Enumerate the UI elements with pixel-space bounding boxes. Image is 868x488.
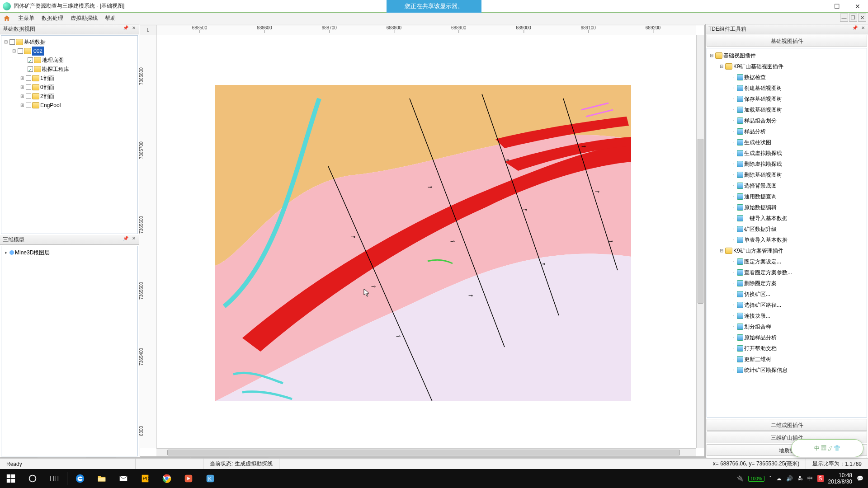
start-button[interactable]: [0, 469, 22, 488]
tray-onedrive-icon[interactable]: ☁: [776, 475, 782, 482]
plugin-tool-item[interactable]: · 删除基础视图树: [731, 169, 865, 180]
tray-battery-icon[interactable]: 100%: [748, 476, 764, 482]
window-close-button[interactable]: ✕: [847, 0, 868, 13]
taskbar-pdf-icon[interactable]: PDF: [134, 469, 156, 488]
plugin-tool-item[interactable]: · 数据检查: [731, 72, 865, 83]
tree-root[interactable]: 基础数据: [24, 38, 46, 47]
left-top-panel-header: 基础数据视图 📌 ✕: [0, 24, 139, 34]
plugin-tool-item[interactable]: · 保存基础视图树: [731, 94, 865, 104]
plugin-tree[interactable]: ⊟ 基础视图插件 ⊟ K9矿山基础视图插件 · 数据检查· 创建基础视图树· 保…: [709, 50, 865, 375]
plugin-tool-item[interactable]: · 圈定方案设定...: [731, 256, 865, 267]
home-icon[interactable]: [3, 14, 11, 23]
taskbar-mail-icon[interactable]: [113, 469, 134, 488]
pin-icon[interactable]: 📌: [123, 25, 129, 32]
plugin-tool-item[interactable]: · 原始数据编辑: [731, 202, 865, 213]
tree-item-section2[interactable]: 2剖面: [40, 92, 54, 101]
status-empty: [136, 459, 203, 469]
plugin-tool-item[interactable]: · 统计矿区勘探信息: [731, 365, 865, 375]
plugin-tool-item[interactable]: · 删除圈定方案: [731, 278, 865, 289]
mine3d-root-layer[interactable]: Mine3D根图层: [15, 248, 50, 257]
svg-text:⊸: ⊸: [609, 238, 613, 244]
pin-icon[interactable]: 📌: [123, 236, 129, 242]
tray-up-icon[interactable]: ˄: [769, 475, 772, 482]
taskbar-chrome-icon[interactable]: [156, 469, 178, 488]
mdi-close-icon[interactable]: ✕: [858, 14, 866, 22]
menu-data-process[interactable]: 数据处理: [42, 14, 63, 22]
task-view-icon[interactable]: [43, 469, 65, 488]
tree-item-section0[interactable]: 0剖面: [40, 83, 54, 92]
left-top-panel-title: 基础数据视图: [3, 25, 35, 33]
tool-icon: [737, 172, 743, 178]
plugin-group-k9-plan[interactable]: K9矿山方案管理插件: [733, 245, 783, 256]
tree-item-basemap[interactable]: 地理底图: [42, 56, 64, 65]
plugin-tool-item[interactable]: · 生成虚拟勘探线: [731, 148, 865, 159]
plugin-tool-item[interactable]: · 一键导入基本数据: [731, 213, 865, 224]
tree-node-002[interactable]: 002: [32, 47, 44, 56]
plugin-tool-item[interactable]: · 矿区数据升级: [731, 224, 865, 235]
tray-clock[interactable]: 10:48 2018/8/30: [828, 472, 852, 485]
cortana-icon[interactable]: [22, 469, 43, 488]
tray-notifications-icon[interactable]: 💬: [857, 475, 863, 482]
plugin-tool-item[interactable]: · 原始样品分析: [731, 332, 865, 343]
plugin-group-k9-base[interactable]: K9矿山基础视图插件: [733, 61, 783, 72]
plugin-tool-item[interactable]: · 创建基础视图树: [731, 83, 865, 94]
panel-close-icon[interactable]: ✕: [131, 25, 137, 32]
svg-rect-18: [7, 479, 10, 483]
3d-model-tree[interactable]: ▸ Mine3D根图层: [3, 248, 136, 257]
pin-icon[interactable]: 📌: [852, 25, 858, 32]
right-panel-header: TDE组件工具箱 📌 ✕: [706, 24, 868, 34]
tray-sogou-icon[interactable]: S: [817, 475, 824, 482]
tray-power-icon[interactable]: 🔌: [737, 475, 744, 482]
tray-ime-icon[interactable]: 中: [807, 475, 813, 483]
plugin-tool-item[interactable]: · 打开帮助文档: [731, 343, 865, 354]
plugin-tool-item[interactable]: · 划分组合样: [731, 321, 865, 332]
svg-point-20: [29, 475, 36, 482]
base-data-tree[interactable]: ⊟ 基础数据 ⊟ 002 地理底图 勘探工程库 ⊞ 1剖面 ⊞ 0剖面 ⊞ 2剖…: [3, 38, 136, 110]
geological-map[interactable]: ⊸⊸⊸ ⊸⊸⊸ ⊸⊸⊸ ⊸⊸⊸: [215, 85, 631, 401]
tool-icon: [737, 345, 743, 352]
plugin-tool-item[interactable]: · 选择矿区路径...: [731, 300, 865, 310]
tree-item-engpool[interactable]: EngPool: [40, 101, 61, 110]
mdi-minimize-icon[interactable]: —: [840, 14, 848, 22]
status-ready: Ready: [0, 459, 136, 469]
menu-main[interactable]: 主菜单: [18, 14, 34, 22]
app-icon: [3, 2, 11, 10]
window-maximize-button[interactable]: ☐: [826, 0, 847, 13]
plugin-tool-item[interactable]: · 更新三维树: [731, 354, 865, 365]
taskbar-camtasia-icon[interactable]: [178, 469, 199, 488]
map-viewport[interactable]: L 688500 688600 688700 688800 688900 689…: [140, 25, 705, 457]
taskbar-app-icon[interactable]: K: [199, 469, 221, 488]
menu-virtual-line[interactable]: 虚拟勘探线: [71, 14, 98, 22]
tray-volume-icon[interactable]: 🔊: [786, 475, 793, 482]
plugin-tool-item[interactable]: · 连接块段...: [731, 310, 865, 321]
plugin-tool-item[interactable]: · 切换矿区...: [731, 289, 865, 300]
accordion-2d-plugin[interactable]: 二维成图插件: [707, 419, 867, 431]
taskbar-explorer-icon[interactable]: [91, 469, 113, 488]
tool-icon: [737, 356, 743, 362]
ime-toolbar[interactable]: 中 ䷘ 𝓙 👕: [791, 439, 863, 457]
tree-item-explore-db[interactable]: 勘探工程库: [42, 65, 69, 74]
plugin-tool-item[interactable]: · 查看圈定方案参数...: [731, 267, 865, 278]
taskbar-edge-icon[interactable]: [69, 469, 91, 488]
tray-network-icon[interactable]: 🖧: [797, 475, 803, 482]
menu-help[interactable]: 帮助: [105, 14, 116, 22]
horizontal-scrollbar[interactable]: [156, 448, 696, 456]
plugin-tool-item[interactable]: · 生成柱状图: [731, 137, 865, 148]
plugin-tool-item[interactable]: · 选择背景底图: [731, 180, 865, 191]
plugin-tool-item[interactable]: · 通用数据查询: [731, 191, 865, 202]
panel-close-icon[interactable]: ✕: [860, 25, 866, 32]
mdi-restore-icon[interactable]: ❐: [849, 14, 857, 22]
svg-text:⊸: ⊸: [541, 261, 545, 267]
plugin-tool-item[interactable]: · 删除虚拟勘探线: [731, 159, 865, 169]
window-minimize-button[interactable]: —: [806, 0, 826, 13]
plugin-root[interactable]: 基础视图插件: [723, 50, 756, 61]
tool-icon: [737, 161, 743, 167]
vertical-scrollbar[interactable]: [696, 35, 704, 448]
panel-close-icon[interactable]: ✕: [131, 236, 137, 242]
tree-item-section1[interactable]: 1剖面: [40, 74, 54, 83]
accordion-base-view-plugin[interactable]: 基础视图插件: [707, 35, 867, 47]
plugin-tool-item[interactable]: · 加载基础视图树: [731, 104, 865, 115]
plugin-tool-item[interactable]: · 样品分析: [731, 126, 865, 137]
plugin-tool-item[interactable]: · 单表导入基本数据: [731, 235, 865, 245]
plugin-tool-item[interactable]: · 样品组合划分: [731, 115, 865, 126]
